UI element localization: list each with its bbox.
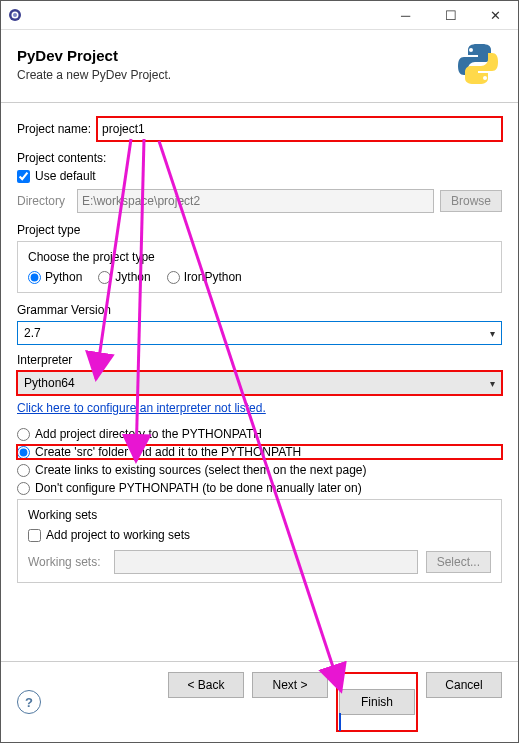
project-name-label: Project name: xyxy=(17,122,91,136)
radio-dont-configure[interactable] xyxy=(17,482,30,495)
interpreter-value: Python64 xyxy=(24,376,75,390)
use-default-label: Use default xyxy=(35,169,96,183)
opt3-label: Create links to existing sources (select… xyxy=(35,463,367,477)
use-default-checkbox[interactable] xyxy=(17,170,30,183)
chevron-down-icon: ▾ xyxy=(490,328,495,339)
opt4-label: Don't configure PYTHONPATH (to be done m… xyxy=(35,481,362,495)
working-sets-title: Working sets xyxy=(28,508,491,522)
svg-point-2 xyxy=(13,13,17,17)
opt2-label: Create 'src' folder and add it to the PY… xyxy=(35,445,301,459)
grammar-label: Grammar Version xyxy=(17,303,502,317)
interpreter-combo[interactable]: Python64 ▾ xyxy=(17,371,502,395)
back-button[interactable]: < Back xyxy=(168,672,244,698)
app-icon xyxy=(7,7,23,23)
directory-label: Directory xyxy=(17,194,65,208)
content-area: Project name: Project contents: Use defa… xyxy=(1,103,518,661)
page-subtitle: Create a new PyDev Project. xyxy=(17,68,171,82)
project-contents-label: Project contents: xyxy=(17,151,502,165)
titlebar: ─ ☐ ✕ xyxy=(1,1,518,30)
maximize-icon: ☐ xyxy=(445,8,457,23)
add-working-sets-checkbox[interactable] xyxy=(28,529,41,542)
finish-highlight: Finish xyxy=(336,672,418,732)
radio-create-src[interactable] xyxy=(17,446,30,459)
project-type-group: Choose the project type Python Jython Ir… xyxy=(17,241,502,293)
radio-create-links[interactable] xyxy=(17,464,30,477)
close-icon: ✕ xyxy=(490,8,501,23)
opt1-label: Add project directory to the PYTHONPATH xyxy=(35,427,262,441)
header: PyDev Project Create a new PyDev Project… xyxy=(1,30,518,103)
radio-python[interactable]: Python xyxy=(28,270,82,284)
minimize-button[interactable]: ─ xyxy=(383,1,428,29)
select-working-sets-button: Select... xyxy=(426,551,491,573)
help-icon: ? xyxy=(25,695,33,710)
project-name-input[interactable] xyxy=(97,117,502,141)
browse-button: Browse xyxy=(440,190,502,212)
finish-button[interactable]: Finish xyxy=(339,689,415,715)
cancel-button[interactable]: Cancel xyxy=(426,672,502,698)
interpreter-label: Interpreter xyxy=(17,353,502,367)
python-logo-icon xyxy=(454,40,502,88)
working-sets-list-label: Working sets: xyxy=(28,555,100,569)
grammar-value: 2.7 xyxy=(24,326,41,340)
chevron-down-icon: ▾ xyxy=(490,378,495,389)
next-button[interactable]: Next > xyxy=(252,672,328,698)
choose-type-label: Choose the project type xyxy=(28,250,491,264)
button-bar: ? < Back Next > Finish Cancel xyxy=(1,661,518,742)
minimize-icon: ─ xyxy=(401,8,410,23)
help-button[interactable]: ? xyxy=(17,690,41,714)
radio-add-project-dir[interactable] xyxy=(17,428,30,441)
add-working-sets-label: Add project to working sets xyxy=(46,528,190,542)
radio-ironpython[interactable]: IronPython xyxy=(167,270,242,284)
grammar-combo[interactable]: 2.7 ▾ xyxy=(17,321,502,345)
maximize-button[interactable]: ☐ xyxy=(428,1,473,29)
close-button[interactable]: ✕ xyxy=(473,1,518,29)
radio-jython[interactable]: Jython xyxy=(98,270,150,284)
working-sets-group: Working sets Add project to working sets… xyxy=(17,499,502,583)
page-title: PyDev Project xyxy=(17,47,171,64)
working-sets-combo xyxy=(114,550,417,574)
configure-interpreter-link[interactable]: Click here to configure an interpreter n… xyxy=(17,401,266,415)
directory-input xyxy=(77,189,434,213)
dialog-window: ─ ☐ ✕ PyDev Project Create a new PyDev P… xyxy=(0,0,519,743)
project-type-label: Project type xyxy=(17,223,502,237)
